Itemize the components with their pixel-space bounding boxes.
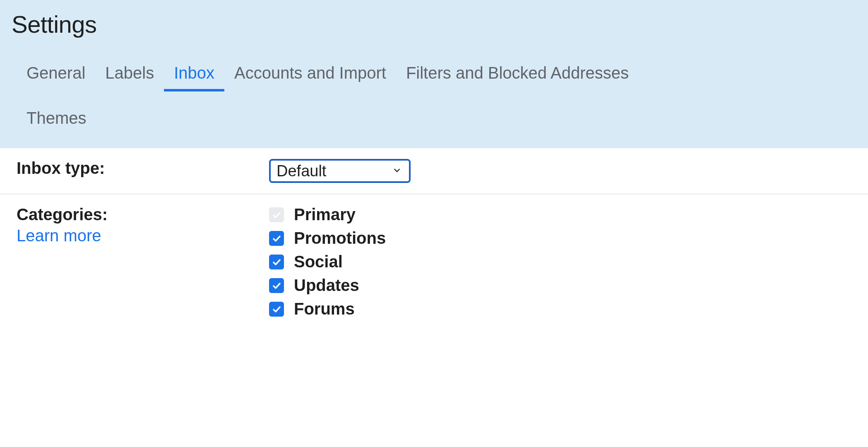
learn-more-link[interactable]: Learn more xyxy=(17,226,269,245)
category-label: Social xyxy=(294,252,343,271)
category-item-social: Social xyxy=(269,252,851,271)
tab-inbox[interactable]: Inbox xyxy=(164,55,224,91)
category-label: Forums xyxy=(294,300,355,318)
tab-filters-and-blocked-addresses[interactable]: Filters and Blocked Addresses xyxy=(396,55,639,91)
setting-label-col: Inbox type: xyxy=(17,159,269,178)
categories-label: Categories: xyxy=(17,205,108,223)
checkbox-updates[interactable] xyxy=(269,278,284,293)
tabs-row-2: Themes xyxy=(12,91,856,148)
setting-label-col: Categories: Learn more xyxy=(17,205,269,245)
category-item-updates: Updates xyxy=(269,276,851,295)
setting-row-inbox-type: Inbox type: Default xyxy=(0,148,868,195)
chevron-down-icon xyxy=(376,166,402,176)
category-item-promotions: Promotions xyxy=(269,229,851,248)
tab-labels[interactable]: Labels xyxy=(95,55,164,91)
tabs-row-1: General Labels Inbox Accounts and Import… xyxy=(12,55,856,91)
checkmark-icon xyxy=(272,233,281,243)
checkmark-icon xyxy=(272,210,281,220)
categories-list: Primary Promotions xyxy=(269,205,851,318)
inbox-type-label: Inbox type: xyxy=(17,159,105,177)
category-item-forums: Forums xyxy=(269,300,851,318)
tab-general[interactable]: General xyxy=(17,55,95,91)
settings-content: Inbox type: Default Categories: Learn mo… xyxy=(0,148,868,329)
tab-themes[interactable]: Themes xyxy=(17,100,96,137)
setting-control-col: Primary Promotions xyxy=(269,205,851,318)
checkbox-promotions[interactable] xyxy=(269,231,284,246)
page-title: Settings xyxy=(12,10,856,55)
checkmark-icon xyxy=(272,281,281,291)
checkmark-icon xyxy=(272,304,281,314)
checkmark-icon xyxy=(272,257,281,267)
setting-control-col: Default xyxy=(269,159,851,183)
category-label: Updates xyxy=(294,276,359,295)
category-item-primary: Primary xyxy=(269,205,851,224)
inbox-type-select[interactable]: Default xyxy=(269,159,411,183)
checkbox-forums[interactable] xyxy=(269,302,284,317)
checkbox-social[interactable] xyxy=(269,255,284,269)
settings-header: Settings General Labels Inbox Accounts a… xyxy=(0,0,868,148)
category-label: Primary xyxy=(294,205,356,224)
setting-row-categories: Categories: Learn more Primary xyxy=(0,195,868,329)
tab-accounts-and-import[interactable]: Accounts and Import xyxy=(224,55,396,91)
checkbox-primary xyxy=(269,207,284,222)
category-label: Promotions xyxy=(294,229,386,248)
inbox-type-selected-value: Default xyxy=(277,162,326,180)
